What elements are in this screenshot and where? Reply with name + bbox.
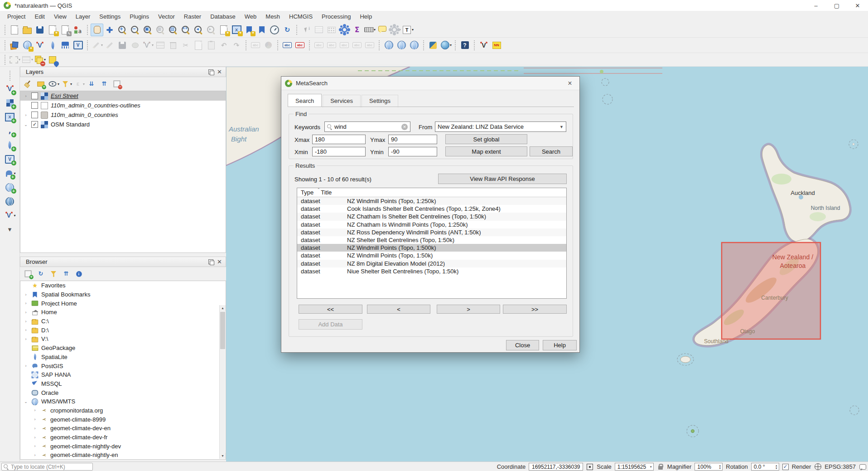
text-annotation-icon[interactable]: ▾	[401, 24, 414, 36]
add-group-icon[interactable]: +	[35, 78, 46, 90]
menu-web[interactable]: Web	[240, 12, 261, 21]
menu-mesh[interactable]: Mesh	[261, 12, 285, 21]
browser-panel-float-icon[interactable]	[208, 259, 213, 264]
new-project-icon[interactable]	[8, 24, 21, 36]
browser-item[interactable]: ⌄WMS/WMTS	[20, 397, 226, 406]
save-project-icon[interactable]	[34, 24, 46, 36]
menu-processing[interactable]: Processing	[317, 12, 355, 21]
maximize-button[interactable]: ▢	[826, 0, 847, 11]
show-spatial-bookmarks-icon[interactable]	[256, 24, 268, 36]
browser-item[interactable]: MSSQL	[20, 379, 226, 388]
menu-database[interactable]: Database	[206, 12, 240, 21]
menu-edit[interactable]: Edit	[30, 12, 49, 21]
clear-keywords-icon[interactable]: ✕	[401, 124, 408, 130]
layer-checkbox[interactable]: ✓	[31, 121, 38, 128]
scale-select[interactable]: 1:15195625▼	[615, 463, 654, 471]
locator-input[interactable]: Type to locate (Ctrl+K)	[1, 463, 93, 471]
rotation-stepper[interactable]: 0.0 °▲▼	[751, 463, 779, 471]
add-web-layer-icon[interactable]: *	[21, 39, 34, 52]
menu-vector[interactable]: Vector	[154, 12, 179, 21]
lock-icon[interactable]	[657, 463, 664, 471]
column-type[interactable]: Type	[297, 188, 317, 197]
coordinate-input[interactable]: 16952117,-3336039	[529, 463, 583, 471]
add-spatialite-layer-icon[interactable]	[46, 39, 59, 52]
deselect-features-icon[interactable]: −▾	[34, 53, 46, 66]
browser-item[interactable]: ›geomet-climate-8999	[20, 415, 226, 424]
results-table-header[interactable]: ⌃ Type Title	[297, 188, 566, 197]
new-3d-map-view-icon[interactable]: *	[230, 24, 243, 36]
magnifier-stepper[interactable]: 100%▲▼	[694, 463, 723, 471]
browser-item[interactable]: ›V:\	[20, 335, 226, 344]
scroll-down-icon[interactable]: ▼	[220, 453, 226, 459]
expander-icon[interactable]: ›	[23, 301, 29, 306]
toolbar-extension-icon[interactable]: ▾	[4, 223, 16, 236]
python-console-icon[interactable]	[427, 39, 439, 52]
result-row[interactable]: datasetNiue Shelter Belt Centrelines (To…	[297, 267, 566, 275]
browser-item[interactable]: ›geomet-climate-dev-en	[20, 424, 226, 433]
zoom-last-icon[interactable]: ◂	[192, 24, 205, 36]
show-unplaced-labels-icon[interactable]	[294, 39, 306, 52]
menu-plugins[interactable]: Plugins	[125, 12, 154, 21]
layer-checkbox[interactable]	[31, 112, 38, 118]
result-row[interactable]: datasetNZ Windmill Points (Topo, 1:50k)	[297, 252, 566, 259]
expander-icon[interactable]: ›	[32, 453, 38, 457]
browser-item[interactable]: ›D:\	[20, 325, 226, 335]
manage-map-themes-icon[interactable]: ▾	[47, 78, 60, 90]
add-delimited-text-layer-icon[interactable]	[59, 39, 72, 52]
render-checkbox[interactable]: ✓	[782, 464, 789, 470]
expander-icon[interactable]: ⌄	[23, 399, 29, 404]
epsg-label[interactable]: EPSG:3857	[825, 463, 856, 470]
map-extent-button[interactable]: Map extent	[445, 146, 527, 156]
view-raw-api-button[interactable]: View Raw API Response	[438, 174, 567, 184]
measure-icon[interactable]: ▾	[363, 24, 376, 36]
menu-help[interactable]: Help	[355, 12, 376, 21]
dialog-help-button[interactable]: Help	[543, 340, 577, 350]
add-raster-layer-icon[interactable]: +	[4, 97, 16, 109]
set-global-button[interactable]: Set global	[445, 134, 527, 144]
help-contents-icon[interactable]	[458, 39, 471, 52]
globe-plugin-icon[interactable]	[408, 39, 420, 52]
show-layout-manager-icon[interactable]: ✎	[59, 24, 72, 36]
collapse-all-icon[interactable]: ⇈	[61, 267, 72, 280]
result-row[interactable]: datasetNZ Windmill Points (Topo, 1:500k)	[297, 244, 566, 252]
layer-item[interactable]: ⌄✓OSM Standard	[20, 120, 226, 129]
ymax-input[interactable]: 90	[388, 135, 437, 144]
layer-item[interactable]: ›110m_admin_0_countries	[20, 110, 226, 120]
crs-icon[interactable]	[814, 463, 821, 471]
pager-last-button[interactable]: >>	[503, 305, 567, 314]
browser-item[interactable]: ›geomet-climate-nightly-en	[20, 451, 226, 460]
minimize-button[interactable]: –	[805, 0, 826, 11]
add-mesh-layer-icon[interactable]: +	[4, 111, 16, 123]
processing-toolbox-icon[interactable]	[338, 24, 351, 36]
browser-item[interactable]: ›cropmonitordata.org	[20, 406, 226, 415]
new-print-layout-icon[interactable]: *	[46, 24, 59, 36]
expander-icon[interactable]: ›	[32, 426, 38, 431]
web-map-plugin-icon[interactable]	[395, 39, 408, 52]
expand-all-icon[interactable]: ⇊	[86, 78, 97, 90]
nn-join-plugin-icon[interactable]	[490, 39, 503, 52]
scroll-up-icon[interactable]: ▲	[220, 305, 226, 311]
add-selected-layers-icon[interactable]: +	[23, 267, 34, 280]
remove-layer-icon[interactable]: −	[111, 78, 122, 90]
menu-project[interactable]: Project	[3, 12, 30, 21]
menu-hcmgis[interactable]: HCMGIS	[285, 12, 317, 21]
browser-item[interactable]: ›PostGIS	[20, 361, 226, 370]
layers-panel-close-icon[interactable]: ✕	[217, 69, 222, 74]
add-vector-layer-icon[interactable]	[34, 39, 46, 52]
layer-item[interactable]: 110m_admin_0_countries-outlines	[20, 101, 226, 110]
browser-item[interactable]: ›Home	[20, 308, 226, 317]
expander-icon[interactable]: ›	[23, 319, 29, 324]
xmin-input[interactable]: -180	[312, 147, 366, 156]
pager-prev-button[interactable]: <	[367, 305, 430, 314]
topology-checker-icon[interactable]	[477, 39, 490, 52]
expander-icon[interactable]: ›	[23, 337, 29, 341]
add-spatialite-layer-icon[interactable]: +	[4, 139, 16, 151]
menu-layer[interactable]: Layer	[71, 12, 95, 21]
tab-settings[interactable]: Settings	[362, 95, 398, 107]
browser-item[interactable]: Favorites	[20, 281, 226, 290]
browser-properties-icon[interactable]	[73, 267, 84, 280]
add-virtual-layer-icon[interactable]: +	[4, 153, 16, 165]
metasearch-icon[interactable]	[382, 39, 395, 52]
menu-view[interactable]: View	[49, 12, 71, 21]
result-row[interactable]: datasetNZ 8m Digital Elevation Model (20…	[297, 260, 566, 267]
